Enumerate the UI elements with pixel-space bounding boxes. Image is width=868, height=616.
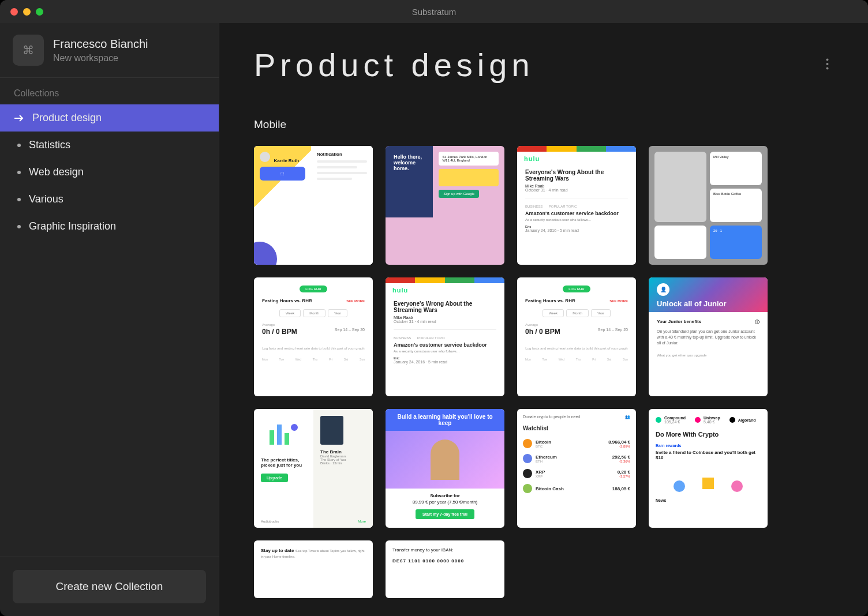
command-icon: ⌘: [13, 35, 44, 66]
card-text: As a security conscious user who follows…: [394, 350, 496, 353]
room-image: [654, 152, 706, 222]
card-text: Everyone's Wrong About the Streaming War…: [394, 301, 496, 313]
card-text: Subscribe for: [386, 493, 504, 498]
card-button: Upgrade: [261, 474, 288, 482]
coin-name: Ethereum: [536, 455, 557, 460]
sidebar-item-label: Graphic Inspiration: [29, 220, 116, 232]
card-text: What you get when you upgrade: [657, 354, 760, 357]
thumbnail-card[interactable]: The perfect titles, picked just for you …: [254, 409, 373, 528]
coin-symbol: ETH: [536, 460, 557, 463]
day-label: Mon: [525, 358, 531, 361]
card-text: BUSINESS: [394, 336, 411, 340]
crypto-row: EthereumETH292,56 €-5,36%: [523, 451, 630, 466]
day-label: Sat: [344, 358, 349, 361]
card-link: SEE MORE: [609, 299, 628, 303]
close-window-icon[interactable]: [10, 8, 18, 16]
card-text: Do More With Crypto: [656, 431, 761, 438]
coin-icon: [523, 454, 532, 463]
card-text: Average: [525, 323, 560, 326]
card-text: Watchlist: [523, 425, 630, 431]
thumbnail-card[interactable]: Donate crypto to people in need 👥 Watchl…: [517, 409, 636, 528]
svg-rect-5: [285, 433, 289, 445]
card-text: Blinks · 12min: [320, 461, 366, 465]
day-label: Fri: [592, 358, 596, 361]
card-text: Fasting Hours vs. RHR: [525, 298, 575, 303]
card-text: October 31 · 4 min read: [394, 320, 496, 324]
coin-pill: Uniswap5,40 €: [695, 416, 720, 424]
workspace-subtitle: New workspace: [53, 53, 148, 63]
thumbnails-grid: Karrie Ruth ⬚ Notification Hello there,: [254, 146, 833, 598]
book-cover: [320, 416, 343, 445]
color-bar: [386, 277, 504, 283]
svg-point-7: [674, 480, 685, 492]
user-name: Francesco Bianchi: [53, 37, 148, 51]
main-content: Product design Mobile Karrie Ruth ⬚ Noti…: [219, 23, 868, 616]
coin-name: Compound: [664, 416, 686, 420]
card-link: SEE MORE: [346, 299, 365, 303]
thumbnail-card[interactable]: Hello there, welcome home. St. James Par…: [386, 146, 504, 265]
coin-dot-icon: [695, 417, 701, 423]
bullet-icon: [17, 144, 21, 147]
coin-name: Algorand: [738, 418, 756, 422]
sidebar-item-label: Product design: [32, 112, 102, 124]
coin-icon: [523, 439, 532, 448]
card-text: 0h / 0 BPM: [262, 328, 297, 336]
more-options-button[interactable]: [821, 52, 833, 78]
workspace-switcher[interactable]: ⌘ Francesco Bianchi New workspace: [0, 23, 219, 78]
tab: Year: [591, 309, 611, 317]
thumbnail-card[interactable]: hulu Everyone's Wrong About the Streamin…: [386, 277, 504, 396]
thumbnail-card[interactable]: Compound105,24 €Uniswap5,40 €Algorand Do…: [649, 409, 768, 528]
pill-badge: LOG RHR: [563, 286, 590, 292]
coin-symbol: XRP: [536, 475, 545, 478]
card-text: Build a learning habit you'll love to ke…: [386, 409, 504, 431]
thumbnail-card[interactable]: Transfer money to your IBAN: DE67 1101 0…: [386, 540, 504, 598]
create-collection-button[interactable]: Create new Collection: [13, 570, 206, 603]
thumbnail-card[interactable]: Karrie Ruth ⬚ Notification: [254, 146, 373, 265]
sidebar-item-product-design[interactable]: Product design: [0, 104, 219, 132]
avatar-icon: [260, 152, 270, 162]
card-text: Unlock all of Junior: [657, 299, 760, 308]
hulu-logo: hulu: [517, 152, 636, 166]
coin-value: 5,40 €: [704, 420, 720, 424]
card-text: 89,99 € per year (7,50 €/month): [386, 499, 504, 505]
widget-tile: [654, 226, 706, 259]
day-label: Thu: [576, 358, 581, 361]
section-label: Mobile: [254, 118, 833, 131]
thumbnail-card[interactable]: Build a learning habit you'll love to ke…: [386, 409, 504, 528]
thumbnail-card[interactable]: Stay up to date See top Tweets about Top…: [254, 540, 373, 598]
sidebar-item-graphic-inspiration[interactable]: Graphic Inspiration: [0, 213, 219, 240]
card-text: Sep 14 – Sep 20: [598, 328, 628, 332]
collections-section-label: Collections: [0, 78, 219, 104]
card-text: The perfect titles, picked just for you: [261, 457, 306, 468]
card-text: DE67 1101 0100 0000 0000: [392, 558, 497, 564]
illustration: [439, 169, 499, 186]
card-text: October 31 · 4 min read: [525, 188, 628, 192]
card-link: Earn rewards: [656, 444, 761, 448]
placeholder-line: [317, 160, 367, 163]
card-text: News: [656, 498, 761, 502]
thumbnail-card[interactable]: 👤 Unlock all of Junior Your Junior benef…: [649, 277, 768, 396]
thumbnail-card[interactable]: Mill Valley Blue Bottle Coffee 29 · 1: [649, 146, 768, 265]
sidebar-item-various[interactable]: Various: [0, 186, 219, 213]
sidebar-item-statistics[interactable]: Statistics: [0, 132, 219, 159]
tab: Month: [566, 309, 589, 317]
placeholder-line: [317, 166, 357, 168]
svg-point-1: [826, 63, 829, 65]
coin-change: -5,36%: [612, 460, 630, 463]
thumbnail-card[interactable]: LOG RHR Fasting Hours vs. RHR SEE MORE W…: [517, 277, 636, 396]
card-text: Sep 14 – Sep 20: [335, 328, 365, 332]
coin-symbol: BTC: [536, 445, 551, 448]
thumbnail-card[interactable]: LOG RHR Fasting Hours vs. RHR SEE MORE W…: [254, 277, 373, 396]
card-text: Popular topic: [549, 205, 577, 208]
sidebar-item-web-design[interactable]: Web design: [0, 159, 219, 186]
maximize-window-icon[interactable]: [36, 8, 43, 16]
tab: Month: [303, 309, 326, 317]
svg-point-9: [731, 480, 743, 492]
tab: Year: [328, 309, 347, 317]
card-text: On your Standard plan you can get one Ju…: [657, 329, 760, 345]
svg-rect-3: [270, 430, 274, 445]
minimize-window-icon[interactable]: [23, 8, 31, 16]
thumbnail-card[interactable]: hulu Everyone's Wrong About the Streamin…: [517, 146, 636, 265]
day-label: Sun: [360, 358, 365, 361]
card-link: More: [358, 520, 366, 523]
